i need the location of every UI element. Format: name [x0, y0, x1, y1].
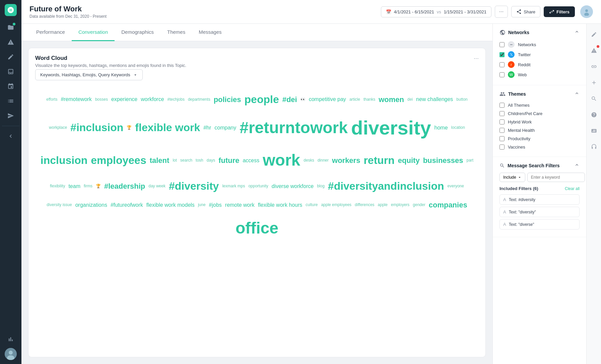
word-team[interactable]: team — [67, 181, 82, 191]
more-options-button[interactable]: ··· — [495, 6, 508, 18]
themes-item-children[interactable]: Children/Pet Care — [499, 109, 580, 118]
children-pet-care-checkbox[interactable] — [499, 111, 505, 116]
user-avatar-button[interactable] — [580, 5, 593, 18]
all-themes-checkbox[interactable] — [499, 103, 505, 108]
far-right-keyboard-icon[interactable] — [589, 125, 599, 136]
include-dropdown[interactable]: Include — [499, 173, 525, 182]
word-new-challenges[interactable]: new challenges — [415, 94, 454, 104]
far-right-search-icon[interactable] — [589, 93, 599, 104]
word-days[interactable]: days — [205, 157, 216, 164]
share-button[interactable]: Share — [511, 6, 540, 17]
word-diverse-workforce[interactable]: diverse workforce — [270, 181, 315, 191]
user-avatar[interactable] — [5, 348, 17, 360]
nav-folder[interactable] — [5, 21, 17, 33]
word-employers[interactable]: employers — [390, 201, 411, 209]
word-differences[interactable]: differences — [353, 201, 376, 209]
word-button[interactable]: button — [455, 96, 469, 103]
word-equity[interactable]: equity — [397, 154, 421, 167]
word-diversity-hash[interactable]: #diversity — [168, 177, 220, 195]
word-leadership[interactable]: #leadership — [103, 180, 146, 193]
word-thanks[interactable]: thanks — [362, 96, 377, 103]
word-people[interactable]: people — [243, 90, 280, 109]
word-flexible-work-models[interactable]: flexible work models — [145, 200, 196, 210]
word-article[interactable]: article — [348, 96, 361, 103]
word-businesses[interactable]: businesses — [422, 154, 465, 167]
tab-demographics[interactable]: Demographics — [115, 24, 160, 41]
far-right-help-icon[interactable] — [589, 109, 599, 120]
far-right-link-icon[interactable] — [589, 61, 599, 72]
word-competitive-pay[interactable]: competitive pay — [308, 94, 347, 104]
themes-item-hybrid[interactable]: Hybrid Work — [499, 118, 580, 126]
nav-collapse[interactable] — [5, 130, 17, 142]
word-inclusion[interactable]: inclusion — [39, 151, 89, 170]
word-trophy-emoji[interactable]: 🏆 — [125, 124, 133, 131]
logo[interactable] — [5, 4, 17, 16]
word-desks[interactable]: desks — [302, 157, 315, 164]
word-organizations[interactable]: organizations — [74, 200, 109, 210]
tab-performance[interactable]: Performance — [29, 24, 72, 41]
word-home[interactable]: home — [433, 123, 449, 133]
word-blog[interactable]: blog — [316, 182, 326, 190]
word-office[interactable]: office — [234, 215, 280, 242]
word-hr[interactable]: #hr — [202, 123, 212, 133]
networks-item-all[interactable]: − Networks — [499, 39, 580, 50]
word-departments[interactable]: departments — [187, 96, 212, 103]
word-day-week[interactable]: day week — [147, 182, 167, 190]
word-gender[interactable]: gender — [411, 201, 426, 209]
filter-tag-diversity[interactable]: A Text: #diversity — [499, 194, 580, 205]
word-workplace[interactable]: workplace — [48, 124, 68, 131]
word-jobs[interactable]: #jobs — [208, 200, 223, 210]
word-dei-hash[interactable]: #dei — [281, 93, 298, 106]
word-diversityandinclusion[interactable]: #diversityandinclusion — [327, 177, 446, 195]
message-search-collapse-button[interactable] — [574, 162, 580, 169]
themes-item-all[interactable]: All Themes — [499, 101, 580, 109]
word-futureofwork[interactable]: #futureofwork — [109, 200, 144, 210]
nav-warning[interactable] — [5, 36, 17, 48]
word-opportunity[interactable]: opportunity — [247, 182, 269, 190]
word-inclusion-hash[interactable]: #inclusion — [69, 118, 125, 137]
far-right-edit-icon[interactable] — [589, 29, 599, 40]
word-diversity[interactable]: diversity — [350, 112, 432, 144]
nav-inbox[interactable] — [5, 66, 17, 78]
word-talent[interactable]: talent — [148, 154, 171, 167]
nav-edit[interactable] — [5, 51, 17, 63]
word-apple[interactable]: apple — [377, 201, 389, 209]
word-company[interactable]: company — [213, 123, 238, 133]
nav-chart[interactable] — [5, 333, 17, 345]
themes-item-productivity[interactable]: Productivity — [499, 134, 580, 143]
web-checkbox[interactable] — [499, 72, 505, 77]
mental-health-checkbox[interactable] — [499, 128, 505, 133]
word-remotework[interactable]: #remotework — [59, 94, 93, 104]
word-bosses[interactable]: bosses — [94, 96, 109, 103]
word-remote-work[interactable]: remote work — [224, 200, 256, 210]
tab-messages[interactable]: Messages — [192, 24, 228, 41]
word-type-dropdown[interactable]: Keywords, Hashtags, Emojis, Query Keywor… — [35, 69, 143, 80]
card-menu-button[interactable]: ··· — [474, 55, 479, 62]
vaccines-checkbox[interactable] — [499, 145, 505, 150]
word-workers[interactable]: workers — [331, 154, 361, 167]
filter-tag-diversity-quote[interactable]: A Text: "diversity" — [499, 207, 580, 217]
clear-all-button[interactable]: Clear all — [565, 186, 580, 191]
word-access[interactable]: access — [241, 156, 261, 166]
themes-item-vaccines[interactable]: Vaccines — [499, 143, 580, 151]
word-eyes-emoji[interactable]: 👀 — [299, 96, 307, 103]
word-june[interactable]: june — [197, 201, 207, 209]
word-flexibility[interactable]: flexibility — [49, 182, 66, 190]
word-dei[interactable]: dei — [406, 96, 414, 103]
far-right-headset-icon[interactable] — [589, 142, 599, 152]
word-lexmark[interactable]: lexmark mps — [221, 182, 246, 190]
word-part[interactable]: part — [465, 157, 475, 164]
themes-collapse-button[interactable] — [574, 91, 580, 97]
far-right-add-icon[interactable] — [589, 77, 599, 88]
nav-send[interactable] — [5, 110, 17, 122]
word-workforce[interactable]: workforce — [139, 94, 165, 104]
hybrid-work-checkbox[interactable] — [499, 119, 505, 124]
reddit-checkbox[interactable] — [499, 62, 505, 67]
word-women[interactable]: women — [377, 93, 405, 106]
word-flexible-work-hours[interactable]: flexible work hours — [257, 200, 304, 210]
word-flexible-work[interactable]: flexible work — [134, 118, 201, 137]
word-lot[interactable]: lot — [171, 157, 178, 164]
twitter-checkbox[interactable] — [499, 52, 505, 57]
productivity-checkbox[interactable] — [499, 136, 505, 141]
word-culture[interactable]: culture — [304, 201, 319, 209]
